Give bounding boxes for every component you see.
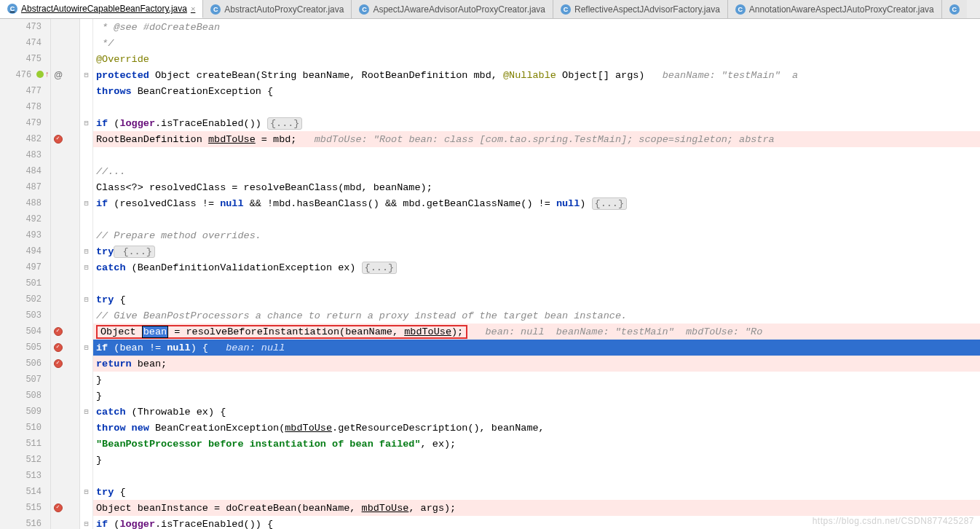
gutter-marker-row[interactable] <box>51 372 79 388</box>
gutter-marker-row[interactable] <box>51 356 79 372</box>
code-line: * @see #doCreateBean <box>93 19 980 35</box>
tab-file-2[interactable]: C AbstractAutoProxyCreator.java <box>203 0 352 18</box>
gutter-marker-row[interactable] <box>51 211 79 227</box>
fold-placeholder[interactable]: {...} <box>114 246 155 258</box>
fold-placeholder[interactable]: {...} <box>362 262 398 274</box>
line-number: 509 <box>0 404 50 420</box>
fold-toggle[interactable]: ⊟ <box>80 259 92 275</box>
gutter-marker-row[interactable] <box>51 163 79 179</box>
watermark: https://blog.csdn.net/CSDN877425287 <box>813 516 974 526</box>
code-line <box>93 468 980 484</box>
tab-file-1[interactable]: C AbstractAutowireCapableBeanFactory.jav… <box>0 0 203 18</box>
fold-toggle[interactable]: ⊟ <box>80 291 92 307</box>
line-number: 497 <box>0 259 50 275</box>
code-line: Object bean = resolveBeforeInstantiation… <box>93 324 980 340</box>
fold-toggle[interactable]: ⊟ <box>80 404 92 420</box>
code-editor[interactable]: 473474475476 ↑47747847948248348448748849… <box>0 19 980 529</box>
line-number: 507 <box>0 372 50 388</box>
breakpoint-icon[interactable] <box>54 135 63 144</box>
breakpoint-icon[interactable] <box>54 359 63 368</box>
fold-placeholder[interactable]: {...} <box>592 197 628 210</box>
breakpoint-icon[interactable] <box>54 503 63 512</box>
gutter-marker-row[interactable] <box>51 35 79 51</box>
breakpoint-gutter[interactable]: @ <box>51 19 80 529</box>
gutter-marker-row[interactable]: @ <box>51 67 79 83</box>
breakpoint-icon[interactable] <box>54 327 63 336</box>
gutter-marker-row[interactable] <box>51 51 79 67</box>
gutter-marker-row[interactable] <box>51 115 79 131</box>
breakpoint-icon[interactable] <box>54 343 63 352</box>
code-line: //... <box>93 163 980 179</box>
gutter-marker-row[interactable] <box>51 259 79 275</box>
fold-toggle <box>80 388 92 404</box>
gutter-marker-row[interactable] <box>51 195 79 211</box>
fold-toggle[interactable]: ⊟ <box>80 340 92 356</box>
code-line: if (logger.isTraceEnabled()) {...} <box>93 115 980 131</box>
code-line: "BeanPostProcessor before instantiation … <box>93 436 980 452</box>
tab-file-3[interactable]: C AspectJAwareAdvisorAutoProxyCreator.ja… <box>352 0 553 18</box>
execution-line: if (bean != null) { bean: null <box>93 340 980 356</box>
tab-file-5[interactable]: C AnnotationAwareAspectJAutoProxyCreator… <box>728 0 942 18</box>
gutter-marker-row[interactable] <box>51 147 79 163</box>
gutter-marker-row[interactable] <box>51 19 79 35</box>
java-class-icon: C <box>735 4 746 15</box>
java-class-icon: C <box>210 4 221 15</box>
gutter-marker-row[interactable] <box>51 468 79 484</box>
gutter-marker-row[interactable] <box>51 131 79 147</box>
fold-toggle <box>80 372 92 388</box>
override-icon[interactable]: @ <box>54 71 63 79</box>
fold-toggle[interactable]: ⊟ <box>80 67 92 83</box>
gutter-marker-row[interactable] <box>51 307 79 324</box>
tab-label: AbstractAutoProxyCreator.java <box>224 4 344 15</box>
line-number: 511 <box>0 436 50 452</box>
fold-toggle <box>80 500 92 516</box>
gutter-marker-row[interactable] <box>51 243 79 259</box>
code-line: return bean; <box>93 356 980 372</box>
fold-toggle <box>80 420 92 436</box>
line-number: 508 <box>0 388 50 404</box>
gutter-marker-row[interactable] <box>51 291 79 307</box>
gutter-marker-row[interactable] <box>51 452 79 468</box>
code-line: } <box>93 372 980 388</box>
fold-placeholder[interactable]: {...} <box>267 117 303 130</box>
code-line: // Prepare method overrides. <box>93 227 980 243</box>
gutter-marker-row[interactable] <box>51 436 79 452</box>
fold-toggle[interactable]: ⊟ <box>80 484 92 500</box>
gutter-marker-row[interactable] <box>51 227 79 243</box>
gutter-marker-row[interactable] <box>51 99 79 115</box>
gutter-marker-row[interactable] <box>51 516 79 529</box>
gutter-marker-row[interactable] <box>51 324 79 340</box>
line-number: 473 <box>0 19 50 35</box>
gutter-marker-row[interactable] <box>51 484 79 500</box>
gutter-marker-row[interactable] <box>51 179 79 195</box>
tab-file-4[interactable]: C ReflectiveAspectJAdvisorFactory.java <box>553 0 728 18</box>
code-line <box>93 275 980 291</box>
gutter-marker-row[interactable] <box>51 500 79 516</box>
gutter-marker-row[interactable] <box>51 388 79 404</box>
gutter-marker-row[interactable] <box>51 275 79 291</box>
java-class-icon: C <box>949 4 960 15</box>
fold-toggle[interactable]: ⊟ <box>80 195 92 211</box>
code-area[interactable]: * @see #doCreateBean */ @Override protec… <box>93 19 980 529</box>
line-number: 493 <box>0 227 50 243</box>
fold-gutter[interactable]: ⊟⊟⊟⊟⊟⊟⊟⊟⊟⊟ <box>80 19 93 529</box>
line-number: 478 <box>0 99 50 115</box>
close-icon[interactable]: × <box>191 4 195 13</box>
fold-toggle <box>80 356 92 372</box>
code-line <box>93 99 980 115</box>
fold-toggle[interactable]: ⊟ <box>80 516 92 529</box>
gutter-marker-row[interactable] <box>51 404 79 420</box>
gutter-marker-row[interactable] <box>51 340 79 356</box>
fold-toggle[interactable]: ⊟ <box>80 243 92 259</box>
tab-file-6[interactable]: C <box>942 0 967 18</box>
gutter-marker-row[interactable] <box>51 83 79 99</box>
fold-toggle <box>80 35 92 51</box>
fold-toggle[interactable]: ⊟ <box>80 115 92 131</box>
tab-label: ReflectiveAspectJAdvisorFactory.java <box>574 4 720 15</box>
line-number: 512 <box>0 452 50 468</box>
gutter-marker-row[interactable] <box>51 420 79 436</box>
code-line <box>93 211 980 227</box>
fold-toggle <box>80 275 92 291</box>
fold-toggle <box>80 163 92 179</box>
line-number: 506 <box>0 356 50 372</box>
